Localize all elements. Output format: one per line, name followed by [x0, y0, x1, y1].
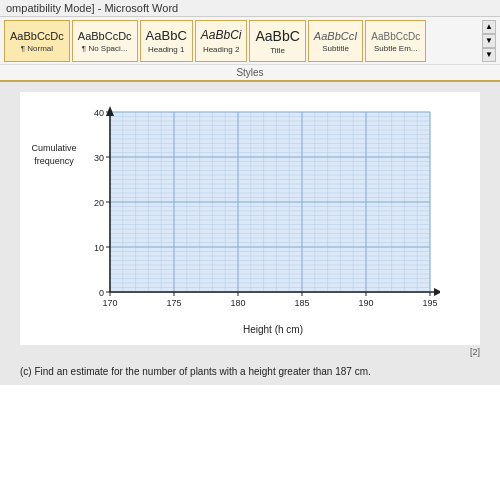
scroll-up-btn[interactable]: ▲ [482, 20, 496, 34]
style-box-normal[interactable]: AaBbCcDc¶ Normal [4, 20, 70, 62]
svg-text:185: 185 [294, 298, 309, 308]
style-boxes-container: AaBbCcDc¶ NormalAaBbCcDc¶ No Spaci...AaB… [4, 20, 478, 62]
ribbon: AaBbCcDc¶ NormalAaBbCcDc¶ No Spaci...AaB… [0, 17, 500, 82]
style-box-subtle-em[interactable]: AaBbCcDcSubtle Em... [365, 20, 426, 62]
svg-text:10: 10 [94, 243, 104, 253]
styles-row: AaBbCcDc¶ NormalAaBbCcDc¶ No Spaci...AaB… [0, 17, 500, 62]
style-box-heading2[interactable]: AaBbCiHeading 2 [195, 20, 248, 62]
y-axis-label: Cumulative frequency [28, 102, 80, 167]
style-box-heading1[interactable]: AaBbCHeading 1 [140, 20, 193, 62]
title-text: ompatibility Mode] - Microsoft Word [6, 2, 178, 14]
bottom-text: (c) Find an estimate for the number of p… [20, 365, 480, 379]
svg-text:180: 180 [230, 298, 245, 308]
main-content: Cumulative frequency 0102030401701751801… [0, 82, 500, 385]
svg-text:190: 190 [358, 298, 373, 308]
chart-wrap: Cumulative frequency 0102030401701751801… [28, 102, 466, 335]
style-box-title[interactable]: AaBbCTitle [249, 20, 305, 62]
svg-marker-82 [434, 288, 440, 296]
svg-text:40: 40 [94, 108, 104, 118]
svg-text:20: 20 [94, 198, 104, 208]
svg-text:0: 0 [99, 288, 104, 298]
scroll-more-btn[interactable]: ▼ [482, 48, 496, 62]
style-box-subtitle[interactable]: AaBbCcISubtitle [308, 20, 363, 62]
chart-area: 010203040170175180185190195 Height (h cm… [80, 102, 466, 335]
chart-svg: 010203040170175180185190195 [80, 102, 440, 322]
svg-text:30: 30 [94, 153, 104, 163]
svg-marker-81 [106, 106, 114, 116]
x-axis-label: Height (h cm) [80, 324, 466, 335]
scroll-down-btn[interactable]: ▼ [482, 34, 496, 48]
style-box-no-spacing[interactable]: AaBbCcDc¶ No Spaci... [72, 20, 138, 62]
svg-text:170: 170 [102, 298, 117, 308]
page-number: [2] [20, 347, 480, 357]
chart-container: Cumulative frequency 0102030401701751801… [20, 92, 480, 345]
ribbon-scroll: ▲ ▼ ▼ [482, 20, 496, 62]
svg-text:175: 175 [166, 298, 181, 308]
svg-text:195: 195 [422, 298, 437, 308]
styles-label: Styles [0, 64, 500, 80]
title-bar: ompatibility Mode] - Microsoft Word [0, 0, 500, 17]
